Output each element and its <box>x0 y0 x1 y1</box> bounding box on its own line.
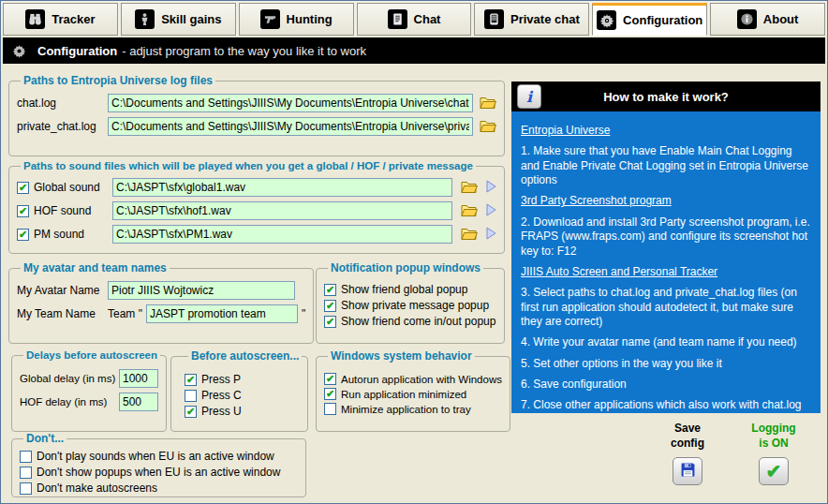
privatechatlog-browse-button[interactable] <box>480 119 496 135</box>
tab-skill-gains[interactable]: Skill gains <box>121 3 236 36</box>
help-step: 2. Download and install 3rd Party screen… <box>521 215 811 259</box>
page-subtitle: - adjust program to the way you like it … <box>122 44 366 58</box>
avatar-name-input[interactable] <box>108 281 295 300</box>
info-icon[interactable]: i <box>517 84 541 109</box>
info-icon <box>737 9 757 29</box>
global-sound-path-input[interactable] <box>112 178 452 197</box>
jiiis-tracker-link[interactable]: JIIIS Auto Screen and Personal Tracker <box>521 265 811 279</box>
global-sound-browse-button[interactable] <box>461 180 478 196</box>
checkbox-label: Don't make autoscreens <box>37 482 157 495</box>
checkbox-label: Show friend come in/out popup <box>341 315 495 328</box>
tab-about[interactable]: About <box>710 3 825 36</box>
help-panel-header: i How to make it work? <box>511 82 821 111</box>
privatechatlog-label: private_chat.log <box>17 120 108 133</box>
help-step: 1. Make sure that you have Enable Main C… <box>521 144 811 187</box>
hof-delay-input[interactable] <box>119 393 158 411</box>
tab-tracker[interactable]: Tracker <box>3 3 118 36</box>
press-c-checkbox[interactable] <box>185 390 197 402</box>
team-name-label: My Team Name <box>17 307 108 320</box>
pm-sound-checkbox[interactable] <box>17 229 29 241</box>
section-title: Before autoscreen... <box>188 349 302 363</box>
hof-delay-label: HOF delay (in ms) <box>20 396 119 408</box>
section-title: Notification popup windows <box>328 261 483 274</box>
team-suffix: " <box>302 307 305 320</box>
chatlog-path-input[interactable] <box>108 94 473 112</box>
section-delays: Delays before autoscreen Global delay (i… <box>11 349 167 432</box>
person-icon <box>135 9 155 29</box>
press-p-checkbox[interactable] <box>185 374 197 386</box>
global-delay-label: Global delay (in ms) <box>20 373 119 384</box>
folder-icon <box>480 96 496 111</box>
private-message-popup-checkbox[interactable] <box>324 300 336 312</box>
pm-sound-path-input[interactable] <box>112 225 452 244</box>
folder-icon <box>461 227 478 243</box>
section-title: Delays before autoscreen <box>23 349 160 361</box>
tab-bar: Tracker Skill gains Hunting Chat Private… <box>1 1 827 36</box>
team-prefix: Team " <box>108 307 142 320</box>
avatar-name-label: My Avatar Name <box>17 284 108 297</box>
hof-sound-label: HOF sound <box>34 204 112 217</box>
global-delay-input[interactable] <box>119 369 158 388</box>
hof-sound-checkbox[interactable] <box>17 205 29 217</box>
logging-status-action: Logging is ON ✔ <box>744 422 804 485</box>
tab-configuration[interactable]: Configuration <box>592 3 707 36</box>
gear-icon <box>12 44 26 58</box>
checkbox-label: Autorun application with Windows <box>341 374 502 385</box>
save-config-button[interactable] <box>673 457 702 485</box>
tab-private-chat[interactable]: Private chat <box>474 3 589 36</box>
gear-icon <box>597 10 616 30</box>
tab-label: Skill gains <box>161 12 221 26</box>
section-title: Paths to Entropia Universe log files <box>21 74 215 87</box>
logging-toggle-button[interactable]: ✔ <box>759 457 789 485</box>
friend-global-popup-checkbox[interactable] <box>324 284 336 296</box>
chat-log-icon <box>388 9 407 29</box>
checkbox-label: Press C <box>201 389 242 402</box>
tab-hunting[interactable]: Hunting <box>239 3 354 36</box>
play-icon <box>486 180 496 196</box>
help-step: 5. Set other options in the way you like… <box>521 357 811 371</box>
tab-label: Chat <box>414 12 441 26</box>
press-u-checkbox[interactable] <box>185 406 197 418</box>
section-title: Windows system behavior <box>328 349 475 363</box>
section-title: My avatar and team names <box>21 261 170 274</box>
run-minimized-checkbox[interactable] <box>324 388 336 400</box>
entropia-universe-link[interactable]: Entropia Universe <box>521 124 811 138</box>
help-step: 3. Select paths to chat.log and private_… <box>521 286 811 329</box>
logging-status-label: Logging is ON <box>744 422 804 451</box>
tab-label: Private chat <box>510 12 580 26</box>
help-panel: i How to make it work? Entropia Universe… <box>511 82 821 413</box>
checkbox-label: Don't play sounds when EU is an active w… <box>37 450 274 463</box>
section-before-autoscreen: Before autoscreen... Press P Press C Pre… <box>170 349 308 432</box>
hof-sound-play-button[interactable] <box>486 203 496 219</box>
help-step: 4. Write your avatar name (and team name… <box>521 335 811 349</box>
play-icon <box>486 227 496 243</box>
page-title: Configuration <box>37 44 117 58</box>
screenshot-program-link[interactable]: 3rd Party Screenshot program <box>521 194 811 208</box>
chatlog-browse-button[interactable] <box>480 96 496 111</box>
pm-sound-browse-button[interactable] <box>461 227 478 243</box>
dont-make-autoscreens-checkbox[interactable] <box>20 482 32 495</box>
team-name-input[interactable] <box>146 304 298 323</box>
section-log-paths: Paths to Entropia Universe log files cha… <box>8 74 505 156</box>
friend-inout-popup-checkbox[interactable] <box>324 316 336 328</box>
hof-sound-browse-button[interactable] <box>461 203 478 219</box>
check-icon: ✔ <box>766 460 782 482</box>
help-step: 7. Close other applications which also w… <box>521 398 811 413</box>
save-icon <box>680 462 696 481</box>
tab-label: Tracker <box>52 12 95 26</box>
tab-label: About <box>763 12 799 26</box>
privatechatlog-path-input[interactable] <box>108 117 473 136</box>
dont-show-popups-checkbox[interactable] <box>20 467 32 479</box>
hof-sound-path-input[interactable] <box>112 201 452 220</box>
global-sound-checkbox[interactable] <box>17 182 29 194</box>
dont-play-sounds-checkbox[interactable] <box>20 451 32 463</box>
minimize-to-tray-checkbox[interactable] <box>324 403 336 415</box>
folder-icon <box>480 119 496 135</box>
save-config-action: Save config <box>658 422 717 485</box>
global-sound-play-button[interactable] <box>486 180 496 196</box>
checkbox-label: Press U <box>201 405 242 418</box>
autorun-checkbox[interactable] <box>324 373 336 385</box>
tab-chat[interactable]: Chat <box>357 3 472 36</box>
pm-sound-play-button[interactable] <box>486 227 496 243</box>
help-step: 6. Save configuration <box>521 378 811 392</box>
